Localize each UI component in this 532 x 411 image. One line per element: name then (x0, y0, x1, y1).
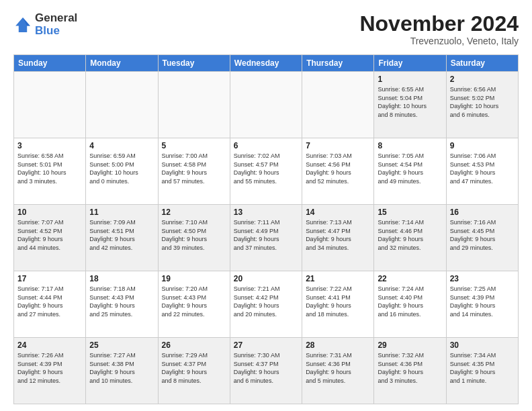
table-row: 9Sunrise: 7:06 AM Sunset: 4:53 PM Daylig… (446, 138, 518, 205)
day-info: Sunrise: 7:32 AM Sunset: 4:36 PM Dayligh… (378, 351, 442, 385)
table-row: 26Sunrise: 7:29 AM Sunset: 4:37 PM Dayli… (158, 338, 230, 404)
table-row: 28Sunrise: 7:31 AM Sunset: 4:36 PM Dayli… (302, 338, 374, 404)
day-number: 25 (89, 340, 154, 350)
day-number: 14 (306, 208, 370, 217)
table-row: 5Sunrise: 7:00 AM Sunset: 4:58 PM Daylig… (158, 138, 230, 205)
col-friday: Friday (374, 55, 446, 72)
table-row: 15Sunrise: 7:14 AM Sunset: 4:46 PM Dayli… (374, 205, 446, 271)
day-number: 5 (162, 141, 226, 150)
day-info: Sunrise: 7:22 AM Sunset: 4:41 PM Dayligh… (306, 285, 370, 318)
table-row: 24Sunrise: 7:26 AM Sunset: 4:39 PM Dayli… (14, 338, 86, 404)
day-number: 2 (450, 75, 515, 84)
title-block: November 2024 Trevenzuolo, Veneto, Italy (359, 12, 519, 46)
day-info: Sunrise: 7:13 AM Sunset: 4:47 PM Dayligh… (306, 218, 370, 252)
table-row: 22Sunrise: 7:24 AM Sunset: 4:40 PM Dayli… (374, 271, 446, 338)
day-number: 29 (378, 340, 442, 350)
day-info: Sunrise: 7:09 AM Sunset: 4:51 PM Dayligh… (89, 218, 154, 252)
col-monday: Monday (86, 55, 158, 72)
calendar-week-row: 17Sunrise: 7:17 AM Sunset: 4:44 PM Dayli… (14, 271, 519, 338)
header: General Blue November 2024 Trevenzuolo, … (13, 12, 519, 46)
day-info: Sunrise: 7:07 AM Sunset: 4:52 PM Dayligh… (17, 218, 82, 252)
table-row: 14Sunrise: 7:13 AM Sunset: 4:47 PM Dayli… (302, 205, 374, 271)
col-tuesday: Tuesday (158, 55, 230, 72)
table-row (158, 72, 230, 138)
day-number: 6 (234, 141, 298, 150)
table-row: 30Sunrise: 7:34 AM Sunset: 4:35 PM Dayli… (446, 338, 518, 404)
col-saturday: Saturday (446, 55, 518, 72)
day-number: 13 (234, 208, 298, 217)
table-row: 8Sunrise: 7:05 AM Sunset: 4:54 PM Daylig… (374, 138, 446, 205)
logo-icon (13, 15, 32, 34)
table-row: 18Sunrise: 7:18 AM Sunset: 4:43 PM Dayli… (86, 271, 158, 338)
day-info: Sunrise: 7:24 AM Sunset: 4:40 PM Dayligh… (378, 285, 442, 318)
day-info: Sunrise: 7:20 AM Sunset: 4:43 PM Dayligh… (162, 285, 226, 318)
day-info: Sunrise: 7:34 AM Sunset: 4:35 PM Dayligh… (450, 351, 515, 385)
table-row: 23Sunrise: 7:25 AM Sunset: 4:39 PM Dayli… (446, 271, 518, 338)
calendar-week-row: 24Sunrise: 7:26 AM Sunset: 4:39 PM Dayli… (14, 338, 519, 404)
day-number: 18 (89, 274, 154, 283)
logo: General Blue (13, 12, 77, 37)
day-info: Sunrise: 7:17 AM Sunset: 4:44 PM Dayligh… (17, 285, 82, 318)
location: Trevenzuolo, Veneto, Italy (359, 36, 519, 46)
day-number: 28 (306, 340, 370, 350)
col-thursday: Thursday (302, 55, 374, 72)
table-row: 13Sunrise: 7:11 AM Sunset: 4:49 PM Dayli… (230, 205, 302, 271)
table-row (230, 72, 302, 138)
day-info: Sunrise: 7:26 AM Sunset: 4:39 PM Dayligh… (17, 351, 82, 385)
table-row: 10Sunrise: 7:07 AM Sunset: 4:52 PM Dayli… (14, 205, 86, 271)
calendar-week-row: 10Sunrise: 7:07 AM Sunset: 4:52 PM Dayli… (14, 205, 519, 271)
table-row (14, 72, 86, 138)
day-number: 15 (378, 208, 442, 217)
day-info: Sunrise: 7:29 AM Sunset: 4:37 PM Dayligh… (162, 351, 226, 385)
day-info: Sunrise: 6:56 AM Sunset: 5:02 PM Dayligh… (450, 85, 515, 119)
day-number: 26 (162, 340, 226, 350)
table-row: 29Sunrise: 7:32 AM Sunset: 4:36 PM Dayli… (374, 338, 446, 404)
day-number: 4 (89, 141, 154, 150)
page: General Blue November 2024 Trevenzuolo, … (0, 0, 532, 411)
day-number: 12 (162, 208, 226, 217)
day-info: Sunrise: 7:06 AM Sunset: 4:53 PM Dayligh… (450, 152, 515, 185)
table-row: 7Sunrise: 7:03 AM Sunset: 4:56 PM Daylig… (302, 138, 374, 205)
table-row: 11Sunrise: 7:09 AM Sunset: 4:51 PM Dayli… (86, 205, 158, 271)
day-number: 17 (17, 274, 82, 283)
day-number: 22 (378, 274, 442, 283)
day-info: Sunrise: 7:30 AM Sunset: 4:37 PM Dayligh… (234, 351, 298, 385)
table-row: 12Sunrise: 7:10 AM Sunset: 4:50 PM Dayli… (158, 205, 230, 271)
day-number: 1 (378, 75, 442, 84)
day-number: 27 (234, 340, 298, 350)
day-info: Sunrise: 7:21 AM Sunset: 4:42 PM Dayligh… (234, 285, 298, 318)
table-row: 16Sunrise: 7:16 AM Sunset: 4:45 PM Dayli… (446, 205, 518, 271)
table-row: 1Sunrise: 6:55 AM Sunset: 5:04 PM Daylig… (374, 72, 446, 138)
day-number: 3 (17, 141, 82, 150)
col-sunday: Sunday (14, 55, 86, 72)
day-number: 16 (450, 208, 515, 217)
day-info: Sunrise: 6:55 AM Sunset: 5:04 PM Dayligh… (378, 85, 442, 119)
day-number: 24 (17, 340, 82, 350)
table-row: 25Sunrise: 7:27 AM Sunset: 4:38 PM Dayli… (86, 338, 158, 404)
day-info: Sunrise: 7:05 AM Sunset: 4:54 PM Dayligh… (378, 152, 442, 185)
table-row: 27Sunrise: 7:30 AM Sunset: 4:37 PM Dayli… (230, 338, 302, 404)
calendar-week-row: 3Sunrise: 6:58 AM Sunset: 5:01 PM Daylig… (14, 138, 519, 205)
day-info: Sunrise: 7:03 AM Sunset: 4:56 PM Dayligh… (306, 152, 370, 185)
day-number: 21 (306, 274, 370, 283)
table-row (86, 72, 158, 138)
day-info: Sunrise: 7:25 AM Sunset: 4:39 PM Dayligh… (450, 285, 515, 318)
logo-blue-text: Blue (35, 25, 77, 38)
table-row: 21Sunrise: 7:22 AM Sunset: 4:41 PM Dayli… (302, 271, 374, 338)
day-number: 20 (234, 274, 298, 283)
table-row: 20Sunrise: 7:21 AM Sunset: 4:42 PM Dayli… (230, 271, 302, 338)
day-number: 10 (17, 208, 82, 217)
day-info: Sunrise: 6:59 AM Sunset: 5:00 PM Dayligh… (89, 152, 154, 185)
day-info: Sunrise: 7:27 AM Sunset: 4:38 PM Dayligh… (89, 351, 154, 385)
table-row: 17Sunrise: 7:17 AM Sunset: 4:44 PM Dayli… (14, 271, 86, 338)
day-info: Sunrise: 7:31 AM Sunset: 4:36 PM Dayligh… (306, 351, 370, 385)
calendar-week-row: 1Sunrise: 6:55 AM Sunset: 5:04 PM Daylig… (14, 72, 519, 138)
table-row: 2Sunrise: 6:56 AM Sunset: 5:02 PM Daylig… (446, 72, 518, 138)
day-number: 19 (162, 274, 226, 283)
day-info: Sunrise: 7:11 AM Sunset: 4:49 PM Dayligh… (234, 218, 298, 252)
day-number: 9 (450, 141, 515, 150)
month-title: November 2024 (359, 12, 519, 36)
calendar-header-row: Sunday Monday Tuesday Wednesday Thursday… (14, 55, 519, 72)
day-number: 11 (89, 208, 154, 217)
logo-general-text: General (35, 12, 77, 25)
